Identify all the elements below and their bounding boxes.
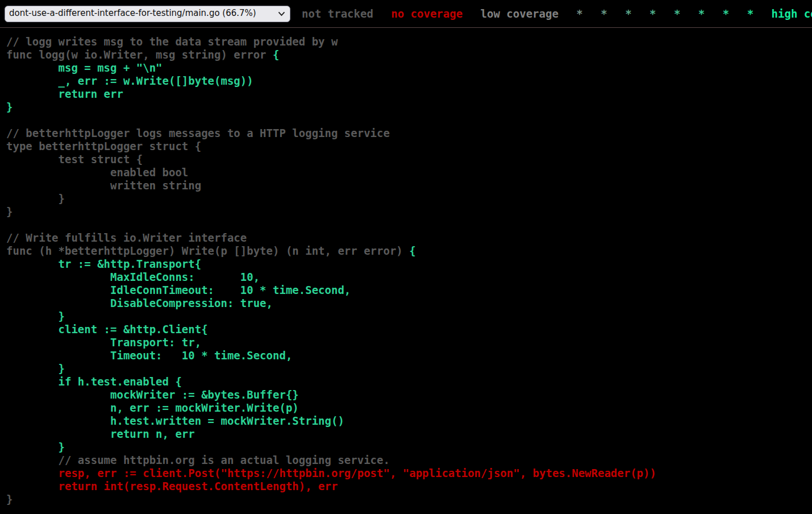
code-segment-plain: } xyxy=(6,493,13,505)
file-select-wrap: dont-use-a-different-interface-for-testi… xyxy=(5,6,290,22)
legend-item-cov1: low coverage xyxy=(481,7,559,20)
code-segment-cov8: { tr := &http.Transport{ MaxIdleConns: 1… xyxy=(6,244,416,388)
code-segment-plain: // logg writes msg to the data stream pr… xyxy=(6,35,338,61)
file-select[interactable]: dont-use-a-different-interface-for-testi… xyxy=(5,6,290,22)
legend-item-cov5: * xyxy=(649,7,656,20)
code-segment-plain: // betterhttpLogger logs messages to a H… xyxy=(6,127,409,257)
legend-item-cov7: * xyxy=(698,7,705,20)
source-code: // logg writes msg to the data stream pr… xyxy=(0,28,812,506)
topbar: dont-use-a-different-interface-for-testi… xyxy=(0,0,812,28)
content: // logg writes msg to the data stream pr… xyxy=(0,28,812,506)
coverage-legend: not tracked no coverage low coverage * *… xyxy=(296,7,812,20)
legend-item-cov0: no coverage xyxy=(391,7,463,20)
code-segment-cov0: resp, err := client.Post("https://httpbi… xyxy=(6,467,656,492)
legend-item-plain: not tracked xyxy=(302,7,373,20)
legend-item-cov8: * xyxy=(723,7,729,20)
legend-item-cov4: * xyxy=(625,7,631,20)
legend-item-cov3: * xyxy=(601,7,607,20)
legend-item-cov9: * xyxy=(747,7,753,20)
legend-item-cov6: * xyxy=(674,7,680,20)
legend-item-cov10: high coverage xyxy=(772,7,812,20)
legend-item-cov2: * xyxy=(576,7,582,20)
